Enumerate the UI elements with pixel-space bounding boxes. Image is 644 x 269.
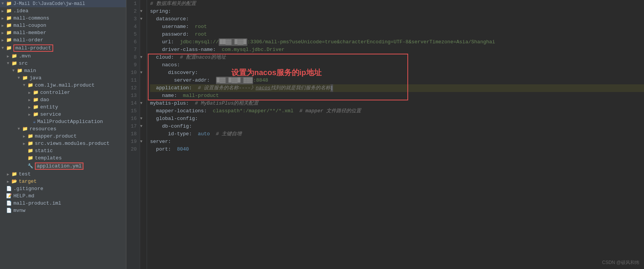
sidebar-item-entity[interactable]: 📁 entity <box>0 103 126 111</box>
sidebar-item-target[interactable]: 📂 target <box>0 178 126 185</box>
yaml-file-icon: 🔧 <box>28 163 33 169</box>
sidebar-label: controller <box>40 90 70 95</box>
folder-icon: 📁 <box>11 61 17 66</box>
code-line-1: # 数据库相关的配置 <box>150 0 644 8</box>
iml-icon: 📄 <box>6 200 12 206</box>
folder-icon: 📁 <box>6 8 12 14</box>
folder-icon: 📁 <box>11 53 17 59</box>
expand-arrow <box>28 112 32 117</box>
cursor: | <box>330 84 333 92</box>
code-text: # 设置服务的名称----》 <box>198 84 256 92</box>
code-line-14: mybatis-plus: # MyBatisPlus的相关配置 <box>150 100 644 107</box>
sidebar-item-test[interactable]: 📁 test <box>0 171 126 178</box>
code-text: # 主键自增 <box>210 130 242 138</box>
sidebar-label: mall-product <box>13 44 53 52</box>
code-line-2: spring: <box>150 8 644 15</box>
sidebar-label: application.yml <box>35 162 83 170</box>
code-text: id-type: <box>150 130 198 138</box>
sidebar-item-controller[interactable]: 📁 controller <box>0 89 126 96</box>
file-tree[interactable]: 📁 J-Mail D:\JavaCode\jw-mail 📁 .idea 📁 m… <box>0 0 126 269</box>
expand-arrow <box>7 179 11 184</box>
code-text: global-config: <box>150 115 198 123</box>
code-text: password: <box>150 31 195 38</box>
code-text: discovery: <box>150 69 198 77</box>
sidebar-item-main[interactable]: 📁 main <box>0 67 126 74</box>
java-file-icon: ☕ <box>33 119 36 125</box>
sidebar-item-helpmd[interactable]: 📝 HELP.md <box>0 192 126 200</box>
sidebar-item-mall-order[interactable]: 📁 mall-order <box>0 36 126 44</box>
code-text: mybatis-plus: <box>150 100 195 107</box>
expand-arrow <box>7 172 11 177</box>
code-line-3: datasource: <box>150 15 644 23</box>
expand-arrow <box>28 105 32 110</box>
expand-arrow <box>28 98 32 102</box>
sidebar-item-mall-commons[interactable]: 📁 mall-commons <box>0 15 126 22</box>
folder-icon: 📁 <box>6 23 12 28</box>
folder-icon: 📁 <box>17 68 23 74</box>
expand-arrow <box>7 54 11 59</box>
code-text: application: <box>150 84 198 92</box>
sidebar-label: mall-order <box>13 37 43 43</box>
folder-icon: 📁 <box>33 97 39 103</box>
nacos-tooltip: 设置为nacos服务的ip地址 <box>231 67 322 78</box>
expand-arrow <box>2 23 5 28</box>
watermark: CSDN @硕风和炜 <box>602 259 639 266</box>
sidebar-item-mall-coupon[interactable]: 📁 mall-coupon <box>0 22 126 29</box>
code-line-5: password: root <box>150 31 644 38</box>
folder-icon: 📁 <box>28 141 33 146</box>
expand-arrow <box>23 164 27 168</box>
redacted-text: █▓▓ █▓▓█ ▓▓▓ <box>216 77 253 84</box>
sidebar-item-mapper[interactable]: 📁 mapper.product <box>0 133 126 140</box>
code-text: # 数据库相关的配置 <box>150 0 196 8</box>
code-text: mall-product <box>183 92 219 100</box>
sidebar-item-dao[interactable]: 📁 dao <box>0 96 126 103</box>
folder-icon: 📁 <box>33 90 39 95</box>
sidebar-label: templates <box>35 155 62 161</box>
sidebar-item-mall-product[interactable]: 📁 mall-product <box>0 44 126 52</box>
sidebar-item-mvn[interactable]: 📁 .mvn <box>0 52 126 60</box>
project-root[interactable]: 📁 J-Mail D:\JavaCode\jw-mail <box>0 0 126 7</box>
sidebar-item-application-yml[interactable]: 🔧 application.yml <box>0 162 126 171</box>
sidebar-item-views[interactable]: 📁 src.views.modules.product <box>0 140 126 147</box>
sidebar-item-mvnw[interactable]: 📄 mvnw <box>0 207 126 214</box>
sidebar-label: java <box>29 75 41 81</box>
folder-icon: 📁 <box>6 15 12 21</box>
sidebar-item-service[interactable]: 📁 service <box>0 111 126 118</box>
sidebar-item-iml[interactable]: 📄 mall-product.iml <box>0 200 126 207</box>
folder-icon: 📁 <box>28 133 33 139</box>
code-text: # MyBatisPlus的相关配置 <box>195 100 258 107</box>
md-icon: 📝 <box>6 193 12 199</box>
sidebar-label: .mvn <box>19 53 31 59</box>
sidebar-item-idea[interactable]: 📁 .idea <box>0 7 126 15</box>
folder-icon: 📁 <box>6 30 12 36</box>
sidebar-item-resources[interactable]: 📁 resources <box>0 125 126 133</box>
expand-arrow <box>2 201 5 205</box>
sidebar-label: mall-coupon <box>13 23 46 28</box>
sidebar-item-templates[interactable]: 📁 templates <box>0 154 126 162</box>
expand-arrow <box>2 208 5 213</box>
sidebar-item-mall-member[interactable]: 📁 mall-member <box>0 29 126 36</box>
sidebar-item-package[interactable]: 📁 com.ljw.mall.product <box>0 82 126 89</box>
sidebar-label: entity <box>40 104 58 110</box>
sidebar-item-java[interactable]: 📁 java <box>0 74 126 82</box>
code-text: jdbc:mysql:// <box>180 38 219 46</box>
expand-arrow <box>2 9 5 13</box>
sidebar-item-src[interactable]: 📁 src <box>0 60 126 67</box>
code-text: nacos <box>256 84 271 92</box>
expand-arrow <box>23 149 27 153</box>
code-text: com.mysql.jdbc.Driver <box>222 46 284 54</box>
expand-arrow <box>23 83 27 87</box>
sidebar-item-gitignore[interactable]: 📄 .gitignore <box>0 185 126 192</box>
sidebar-item-main-class[interactable]: ☕ MallProductApplication <box>0 118 126 125</box>
code-text: datasource: <box>150 15 189 23</box>
sidebar-label: mvnw <box>13 208 25 213</box>
sidebar-item-static[interactable]: 📁 static <box>0 147 126 154</box>
expand-arrow <box>12 69 16 73</box>
code-text: 找到的就是我们服务的名称 <box>271 84 330 92</box>
code-text: spring: <box>150 8 171 15</box>
sidebar-label: .gitignore <box>13 186 43 192</box>
code-text: name: <box>150 92 183 100</box>
code-line-12: application: # 设置服务的名称----》nacos找到的就是我们服… <box>150 84 644 92</box>
code-text: 8040 <box>177 146 189 153</box>
folder-icon: 📁 <box>6 37 12 43</box>
